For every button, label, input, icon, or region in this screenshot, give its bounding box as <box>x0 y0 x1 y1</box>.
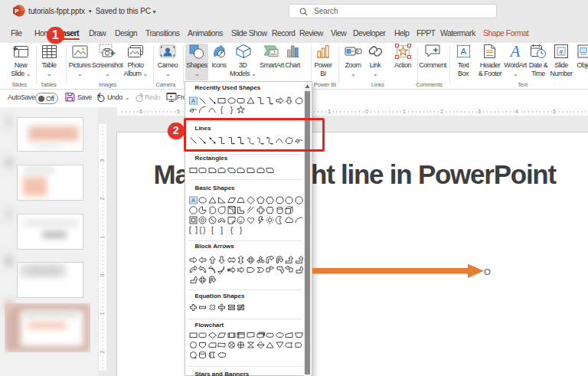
svg-text:A: A <box>461 47 467 56</box>
svg-text:{: { <box>230 226 234 234</box>
svg-text:}: } <box>203 226 206 234</box>
svg-text:P: P <box>15 8 19 15</box>
svg-text:A: A <box>191 97 194 104</box>
svg-text:[: [ <box>211 226 214 234</box>
svg-text:]: ] <box>220 226 223 234</box>
svg-text:{: { <box>220 106 224 114</box>
svg-text:{: { <box>199 226 202 234</box>
svg-text:}: } <box>230 106 234 114</box>
svg-text:A: A <box>509 43 521 59</box>
svg-text:#: # <box>559 48 563 56</box>
svg-text:}: } <box>240 226 243 234</box>
svg-text:A: A <box>191 197 194 204</box>
